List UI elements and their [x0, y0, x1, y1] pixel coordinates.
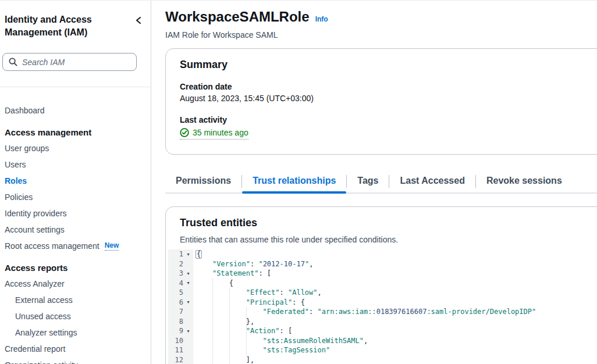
- code-line: "sts:TagSession": [196, 345, 597, 355]
- sidebar-collapse-button[interactable]: [133, 15, 145, 28]
- tab-last-accessed[interactable]: Last Accessed: [389, 170, 475, 192]
- line-number: 8: [168, 317, 183, 326]
- info-link[interactable]: Info: [315, 15, 328, 23]
- gutter-row: 4▾: [168, 279, 193, 288]
- gutter-row: 1▾: [168, 249, 193, 259]
- sidebar-nav: Dashboard Access management User groups …: [0, 87, 151, 364]
- search-icon: [9, 58, 17, 66]
- code-line: {: [196, 249, 597, 259]
- trusted-entities-card: Trusted entities Entities that can assum…: [165, 206, 597, 364]
- new-badge: New: [105, 241, 119, 251]
- trust-policy-code-editor[interactable]: 1▾23▾4▾56▾789▾101112 { "Version": "2012-…: [168, 249, 597, 364]
- line-number: 6: [168, 298, 183, 306]
- main-content: WorkspaceSAMLRole Info IAM Role for Work…: [151, 1, 597, 364]
- line-number: 9: [168, 327, 183, 335]
- fold-toggle-icon[interactable]: ▾: [183, 329, 193, 334]
- search-box[interactable]: [2, 53, 137, 71]
- code-line: "Federated": "arn:aws:iam::018397616607:…: [196, 307, 597, 317]
- line-number: 1: [168, 250, 183, 258]
- sidebar-item-dashboard[interactable]: Dashboard: [5, 102, 146, 119]
- sidebar-item-external-access[interactable]: External access: [5, 292, 146, 308]
- line-number: 4: [168, 279, 183, 287]
- sidebar-title: Identity and Access Management (IAM): [5, 13, 119, 39]
- gutter-row: 6▾: [168, 298, 193, 308]
- tab-permissions[interactable]: Permissions: [165, 170, 241, 192]
- fold-toggle-icon[interactable]: ▾: [183, 252, 193, 257]
- gutter-row: 5: [168, 288, 193, 298]
- sidebar-item-access-analyzer[interactable]: Access Analyzer: [5, 276, 146, 292]
- sidebar-section-access-management: Access management: [5, 124, 146, 140]
- sidebar-item-unused-access[interactable]: Unused access: [5, 308, 146, 324]
- role-description: IAM Role for Workspace SAML: [165, 30, 597, 40]
- line-number: 3: [168, 269, 183, 277]
- code-line: "Principal": {: [196, 298, 597, 308]
- creation-date-label: Creation date: [180, 81, 593, 92]
- sidebar-item-label: Root access management: [5, 241, 100, 251]
- editor-gutter: 1▾23▾4▾56▾789▾101112: [168, 249, 193, 364]
- active-bracket-highlight: {: [196, 250, 202, 259]
- gutter-row: 11: [168, 345, 193, 355]
- gutter-row: 7: [168, 307, 193, 317]
- gutter-row: 3▾: [168, 269, 193, 279]
- indent-guide: [212, 278, 213, 364]
- sidebar-item-organization-activity[interactable]: Organization activity: [5, 357, 146, 364]
- app-window: Identity and Access Management (IAM) Das…: [0, 0, 597, 364]
- line-number: 5: [168, 288, 183, 297]
- code-line: "Action": [: [196, 326, 597, 336]
- sidebar-item-account-settings[interactable]: Account settings: [5, 222, 146, 238]
- code-line: ],: [196, 355, 597, 364]
- gutter-row: 9▾: [168, 326, 193, 336]
- code-line: },: [196, 317, 597, 327]
- indent-guide: [246, 307, 247, 355]
- sidebar-item-users[interactable]: Users: [5, 156, 146, 173]
- sidebar-item-roles[interactable]: Roles: [5, 173, 146, 189]
- line-number: 12: [168, 356, 183, 364]
- last-activity-label: Last activity: [180, 114, 593, 126]
- last-activity-popover-trigger[interactable]: 35 minutes ago: [180, 127, 248, 140]
- code-line: "Version": "2012-10-17",: [196, 259, 597, 269]
- line-number: 7: [168, 308, 183, 316]
- sidebar-item-identity-providers[interactable]: Identity providers: [5, 205, 146, 222]
- fold-toggle-icon[interactable]: ▾: [183, 299, 193, 305]
- gutter-row: 12: [168, 355, 193, 364]
- sidebar-item-credential-report[interactable]: Credential report: [5, 341, 146, 357]
- gutter-row: 10: [168, 336, 193, 346]
- tab-trust-relationships[interactable]: Trust relationships: [242, 170, 346, 192]
- success-check-icon: [180, 128, 189, 137]
- last-activity-value: 35 minutes ago: [193, 127, 248, 138]
- summary-card: Summary Creation date August 18, 2023, 1…: [165, 48, 597, 155]
- code-line: "Effect": "Allow",: [196, 288, 597, 298]
- role-detail-tabs: Permissions Trust relationships Tags Las…: [165, 170, 597, 194]
- sidebar-section-access-reports: Access reports: [5, 259, 146, 276]
- line-number: 11: [168, 346, 183, 354]
- tab-tags[interactable]: Tags: [347, 170, 389, 192]
- summary-heading: Summary: [180, 59, 593, 71]
- fold-toggle-icon[interactable]: ▾: [183, 271, 193, 276]
- creation-date-value: August 18, 2023, 15:45 (UTC+03:00): [180, 92, 593, 104]
- iam-sidebar: Identity and Access Management (IAM) Das…: [0, 1, 151, 364]
- line-number: 10: [168, 337, 183, 345]
- trusted-entities-description: Entities that can assume this role under…: [166, 235, 597, 244]
- indent-guide: [229, 288, 230, 364]
- code-line: {: [196, 279, 597, 288]
- sidebar-item-analyzer-settings[interactable]: Analyzer settings: [5, 324, 146, 341]
- gutter-row: 2: [168, 259, 193, 269]
- chevron-left-icon: [134, 16, 144, 25]
- sidebar-item-policies[interactable]: Policies: [5, 189, 146, 205]
- search-input[interactable]: [22, 58, 130, 67]
- line-number: 2: [168, 260, 183, 268]
- trusted-entities-heading: Trusted entities: [166, 217, 597, 229]
- gutter-row: 8: [168, 317, 193, 327]
- sidebar-item-user-groups[interactable]: User groups: [5, 140, 146, 156]
- code-line: "Statement": [: [196, 269, 597, 279]
- fold-toggle-icon[interactable]: ▾: [183, 280, 193, 286]
- page-title: WorkspaceSAMLRole: [165, 9, 310, 25]
- code-line: "sts:AssumeRoleWithSAML",: [196, 336, 597, 346]
- editor-code-area[interactable]: { "Version": "2012-10-17", "Statement": …: [193, 249, 597, 364]
- sidebar-item-root-access-management[interactable]: Root access management New: [5, 238, 146, 254]
- tab-revoke-sessions[interactable]: Revoke sessions: [476, 170, 573, 192]
